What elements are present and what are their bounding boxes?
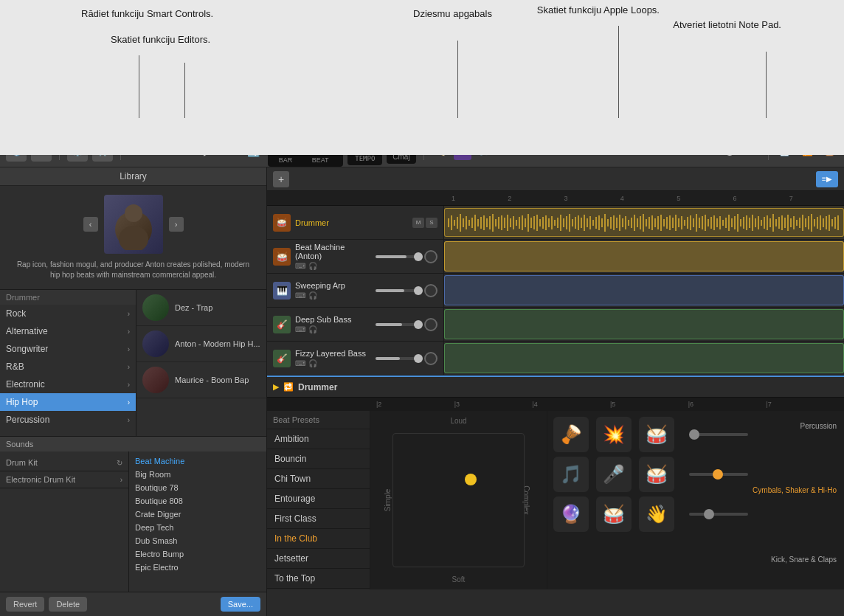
track-content-fizzy-bass[interactable]: [444, 342, 844, 375]
snare-pad[interactable]: 🥁: [596, 496, 632, 532]
svg-rect-85: [693, 218, 694, 227]
kit-option-boutique78[interactable]: Boutique 78: [129, 481, 266, 494]
kit-option-deep-tech[interactable]: Deep Tech: [129, 521, 266, 534]
track-name-sweeping-arp: Sweeping Arp: [295, 281, 371, 290]
svg-rect-17: [492, 214, 494, 232]
delete-button[interactable]: Delete: [49, 597, 87, 612]
clap-pad[interactable]: 👋: [639, 496, 674, 532]
track-vol-fill-fizzy: [376, 357, 400, 360]
add-track-button[interactable]: +: [273, 171, 289, 187]
genre-item-percussion[interactable]: Percussion ›: [0, 411, 136, 429]
kick-pad[interactable]: 🔮: [553, 496, 589, 532]
kit-option-dub-smash[interactable]: Dub Smash: [129, 534, 266, 547]
track-mute-drummer[interactable]: M: [412, 218, 424, 228]
kit-option-epic-electro[interactable]: Epic Electro: [129, 561, 266, 574]
track-content-sweeping-arp[interactable]: [444, 274, 844, 307]
svg-rect-51: [592, 220, 594, 226]
drummer-item-anton[interactable]: Anton - Modern Hip H...: [136, 326, 266, 362]
svg-rect-44: [572, 219, 573, 226]
next-artist-button[interactable]: ›: [169, 217, 184, 232]
drummer-item-maurice[interactable]: Maurice - Boom Bap: [136, 362, 266, 398]
svg-rect-31: [533, 216, 535, 229]
svg-rect-2: [448, 218, 449, 227]
genre-item-songwriter[interactable]: Songwriter ›: [0, 340, 136, 358]
genre-item-electronic[interactable]: Electronic ›: [0, 376, 136, 393]
drummer-editor-loop-icon: 🔁: [283, 382, 294, 392]
track-content-deep-sub[interactable]: [444, 308, 844, 341]
revert-button[interactable]: Revert: [6, 597, 44, 612]
cymbal-pad[interactable]: 🥁: [639, 457, 674, 492]
track-content-beat-machine[interactable]: [444, 240, 844, 273]
track-info-fizzy-bass: Fizzy Layered Bass ⌨ 🎧: [295, 349, 371, 367]
track-pan-sweeping-arp[interactable]: [424, 284, 437, 297]
track-name-fizzy-bass: Fizzy Layered Bass: [295, 349, 371, 358]
ruler-mark-4: 4: [619, 195, 675, 202]
kick-slider[interactable]: [689, 513, 748, 516]
track-pan-beat-machine[interactable]: [424, 250, 437, 263]
beat-preset-entourage[interactable]: Entourage: [267, 489, 370, 509]
svg-rect-53: [598, 215, 600, 230]
drummer-item-dez[interactable]: Dez - Trap: [136, 290, 266, 326]
track-volume-deep-sub[interactable]: [376, 323, 420, 326]
hihat-pad[interactable]: 🎵: [553, 457, 589, 492]
track-controls-deep-sub: 🎸 Deep Sub Bass ⌨ 🎧: [267, 308, 444, 341]
svg-rect-90: [708, 219, 709, 226]
beat-preset-ambition[interactable]: Ambition: [267, 429, 370, 449]
track-vol-fill-beat-machine: [376, 255, 407, 258]
track-solo-drummer[interactable]: S: [426, 218, 437, 228]
genre-item-alternative[interactable]: Alternative ›: [0, 322, 136, 340]
track-content-drummer[interactable]: // Generate waveform bars inline const b…: [444, 206, 844, 239]
track-volume-fizzy-bass[interactable]: [376, 357, 420, 360]
beat-pad-grid: [392, 433, 525, 567]
smart-controls-toggle[interactable]: ≡▶: [816, 171, 838, 187]
kit-option-beat-machine[interactable]: Beat Machine: [129, 454, 266, 468]
track-volume-beat-machine[interactable]: [376, 255, 420, 258]
percussion-slider[interactable]: [689, 433, 748, 436]
beat-preset-to-the-top[interactable]: To the Top: [267, 569, 370, 589]
svg-rect-126: [814, 219, 815, 226]
genre-item-rock[interactable]: Rock ›: [0, 305, 136, 322]
cymbal-slider[interactable]: [689, 473, 748, 476]
track-icon-drummer: 🥁: [273, 214, 291, 232]
svg-rect-37: [551, 216, 553, 229]
mic-pad[interactable]: 🎤: [596, 457, 632, 492]
svg-rect-26: [519, 217, 520, 229]
svg-rect-112: [772, 214, 774, 232]
svg-rect-89: [705, 215, 706, 231]
beat-preset-chitown[interactable]: Chi Town: [267, 469, 370, 489]
svg-rect-71: [651, 215, 653, 230]
beat-preset-jetsetter[interactable]: Jetsetter: [267, 549, 370, 569]
track-vol-fill-deep: [376, 323, 402, 326]
beat-pad-dot[interactable]: [465, 474, 477, 485]
svg-rect-78: [672, 218, 674, 228]
beat-preset-first-class[interactable]: First Class: [267, 509, 370, 529]
kit-option-boutique808[interactable]: Boutique 808: [129, 494, 266, 508]
shaker-pad[interactable]: 💥: [596, 417, 632, 452]
kit-option-electro-bump[interactable]: Electro Bump: [129, 547, 266, 561]
beat-preset-bouncin[interactable]: Bouncin: [267, 449, 370, 469]
track-pan-fizzy-bass[interactable]: [424, 352, 437, 365]
track-pan-deep-sub[interactable]: [424, 318, 437, 331]
snare-perc-pad[interactable]: 🥁: [639, 417, 674, 452]
svg-rect-122: [802, 215, 803, 231]
beat-preset-in-the-club[interactable]: In the Club: [267, 529, 370, 549]
kit-option-big-room[interactable]: Big Room: [129, 468, 266, 481]
kit-option-crate-digger[interactable]: Crate Digger: [129, 508, 266, 521]
genre-arrow-alternative: ›: [128, 328, 130, 336]
genre-item-rnb[interactable]: R&B ›: [0, 358, 136, 376]
electronic-drum-kit-row[interactable]: Electronic Drum Kit ›: [0, 471, 128, 488]
kick-controls: [689, 513, 748, 516]
prev-artist-button[interactable]: ‹: [83, 217, 98, 232]
ruler-mark-5: 5: [675, 195, 731, 202]
beat-editor-pad[interactable]: Loud Soft Simple Complex: [370, 411, 547, 589]
tambourine-pad[interactable]: 🪘: [553, 417, 589, 452]
save-button[interactable]: Save...: [221, 597, 260, 612]
genre-arrow-rnb: ›: [128, 363, 130, 371]
svg-rect-81: [681, 216, 682, 229]
svg-rect-93: [716, 218, 718, 227]
svg-rect-87: [699, 218, 700, 228]
svg-rect-109: [764, 217, 765, 229]
track-volume-sweeping-arp[interactable]: [376, 289, 420, 292]
genre-item-hiphop[interactable]: Hip Hop ›: [0, 393, 136, 411]
ruler-mark-2: 2: [506, 195, 562, 202]
